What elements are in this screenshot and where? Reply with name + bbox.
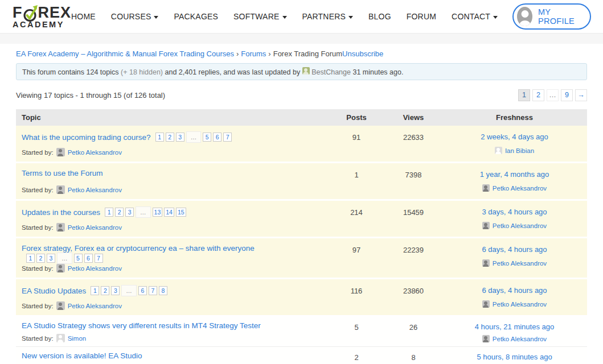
chevron-down-icon — [282, 16, 287, 19]
topic-page-button[interactable]: 1 — [155, 133, 164, 142]
breadcrumb-separator: › — [268, 49, 270, 58]
logo-text-pre: F — [13, 5, 23, 20]
nav-item-home[interactable]: HOME — [71, 12, 96, 21]
topic-page-button[interactable]: 3 — [111, 286, 120, 295]
header-divider-band — [0, 33, 603, 44]
topic-mini-pagination: 1 2 3 … 5 6 7 — [26, 253, 103, 264]
starter-avatar-icon — [56, 148, 65, 156]
topics-table: Topic Posts Views Freshness What is the … — [16, 109, 587, 364]
last-poster-link[interactable]: Petko Aleksandrov — [493, 301, 547, 308]
last-poster-avatar-icon — [482, 335, 490, 342]
freshness-link[interactable]: 4 hours, 21 minutes ago — [475, 322, 554, 331]
freshness-link[interactable]: 2 weeks, 4 days ago — [481, 133, 548, 141]
pagination-ellipsis: … — [547, 89, 559, 101]
topic-page-button[interactable]: 13 — [153, 208, 163, 217]
topic-page-button[interactable]: 3 — [125, 208, 134, 217]
topic-page-button[interactable]: 2 — [36, 254, 45, 263]
nav-item-blog[interactable]: BLOG — [368, 12, 391, 21]
topic-title-link[interactable]: What is the upcoming trading course? — [22, 133, 151, 142]
starter-link[interactable]: Simon — [68, 335, 87, 342]
posts-count: 1 — [328, 169, 385, 194]
topic-title-link[interactable]: Updates in the courses — [22, 208, 100, 217]
topic-page-button[interactable]: 2 — [166, 133, 174, 142]
topic-page-button[interactable]: 6 — [138, 286, 147, 295]
chevron-down-icon — [348, 16, 353, 19]
next-page-button[interactable]: → — [575, 89, 587, 101]
topic-page-button[interactable]: 15 — [176, 208, 186, 217]
starter-avatar-icon — [56, 223, 65, 231]
breadcrumb-separator: › — [236, 49, 239, 58]
topic-title-link[interactable]: Terms to use the Forum — [22, 169, 103, 177]
topic-page-ellipsis: … — [57, 253, 72, 264]
page-button-2[interactable]: 2 — [532, 89, 544, 101]
nav-item-forum[interactable]: FORUM — [407, 12, 436, 21]
starter-link[interactable]: Petko Aleksandrov — [68, 187, 122, 193]
topic-page-button[interactable]: 8 — [159, 286, 167, 295]
topic-mini-pagination: 1 2 3 … 13 14 15 — [105, 206, 186, 218]
started-by-label: Started by: — [22, 224, 54, 231]
table-header-row: Topic Posts Views Freshness — [16, 109, 587, 126]
starter-link[interactable]: Petko Aleksandrov — [68, 303, 122, 309]
column-header-posts: Posts — [328, 113, 385, 122]
freshness-link[interactable]: 5 hours, 8 minutes ago — [477, 353, 552, 361]
nav-item-contact[interactable]: CONTACT — [452, 12, 498, 21]
freshness-link[interactable]: 6 days, 4 hours ago — [482, 245, 547, 254]
table-row: Terms to use the Forum Started by: Petko… — [16, 163, 587, 201]
nav-item-software[interactable]: SOFTWARE — [233, 12, 286, 21]
started-by-label: Started by: — [22, 187, 54, 193]
topic-page-button[interactable]: 5 — [74, 254, 83, 263]
breadcrumb-forums-link[interactable]: Forums — [241, 49, 266, 58]
info-hidden-count: (+ 18 hidden) — [121, 68, 163, 76]
info-text-2: and 2,401 replies, and was last updated … — [165, 68, 301, 76]
topic-page-button[interactable]: 1 — [105, 208, 113, 217]
topic-page-button[interactable]: 7 — [149, 286, 157, 295]
my-profile-label: MY PROFILE — [538, 7, 579, 26]
topic-title-link[interactable]: Forex strategy, Forex ea or cryptocurren… — [22, 244, 255, 253]
topic-page-ellipsis: … — [121, 285, 137, 296]
topic-page-button[interactable]: 7 — [95, 254, 103, 263]
site-logo[interactable]: F REX ACADEMY — [13, 5, 71, 29]
posts-count: 2 — [328, 351, 385, 364]
nav-item-packages[interactable]: PACKAGES — [174, 12, 218, 21]
starter-link[interactable]: Petko Aleksandrov — [68, 265, 122, 272]
topic-page-button[interactable]: 1 — [91, 286, 99, 295]
starter-link[interactable]: Petko Aleksandrov — [68, 149, 122, 156]
last-poster-link[interactable]: Ian Bibian — [505, 147, 534, 154]
topic-page-button[interactable]: 2 — [115, 208, 124, 217]
freshness-link[interactable]: 3 days, 4 hours ago — [482, 208, 547, 216]
last-poster-link[interactable]: Petko Aleksandrov — [493, 222, 547, 229]
views-count: 22239 — [385, 244, 442, 272]
topic-page-button[interactable]: 14 — [164, 208, 174, 217]
last-poster-link[interactable]: Petko Aleksandrov — [493, 260, 547, 267]
last-poster-link[interactable]: Petko Aleksandrov — [493, 185, 547, 192]
page-button-1[interactable]: 1 — [518, 89, 530, 101]
topic-page-button[interactable]: 3 — [47, 254, 55, 263]
unsubscribe-link[interactable]: Unsubscribe — [342, 49, 383, 58]
topic-page-button[interactable]: 7 — [223, 133, 232, 142]
topic-page-button[interactable]: 5 — [203, 133, 211, 142]
main-nav: HOME COURSES PACKAGES SOFTWARE PARTNERS … — [71, 12, 498, 21]
topic-title-link[interactable]: EA Studio Updates — [22, 287, 86, 295]
breadcrumb-site-link[interactable]: EA Forex Academy – Algorithmic & Manual … — [16, 49, 234, 58]
topic-title-link[interactable]: EA Studio Strategy shows very different … — [22, 321, 261, 330]
topic-title-link[interactable]: New version is available! EA Studio — [22, 351, 142, 360]
freshness-link[interactable]: 6 days, 4 hours ago — [482, 286, 547, 295]
freshness-link[interactable]: 1 year, 4 months ago — [480, 170, 549, 179]
topic-page-button[interactable]: 1 — [26, 254, 35, 263]
nav-item-partners[interactable]: PARTNERS — [302, 12, 354, 21]
topic-page-button[interactable]: 6 — [84, 254, 93, 263]
page-button-9[interactable]: 9 — [561, 89, 573, 101]
topic-page-button[interactable]: 2 — [101, 286, 109, 295]
last-poster-avatar-icon — [482, 184, 490, 192]
topic-page-button[interactable]: 3 — [176, 133, 184, 142]
topic-page-ellipsis: … — [186, 131, 202, 143]
last-poster-avatar-icon — [482, 259, 490, 267]
chevron-down-icon — [493, 16, 498, 19]
nav-item-courses[interactable]: COURSES — [111, 12, 159, 21]
last-poster-avatar-icon — [495, 147, 502, 154]
starter-link[interactable]: Petko Aleksandrov — [68, 224, 122, 231]
my-profile-button[interactable]: MY PROFILE — [512, 3, 591, 30]
last-poster-link[interactable]: Petko Aleksandrov — [493, 336, 547, 342]
table-row: EA Studio Updates 1 2 3 … 6 7 8 Started … — [16, 279, 587, 317]
topic-page-button[interactable]: 6 — [213, 133, 221, 142]
